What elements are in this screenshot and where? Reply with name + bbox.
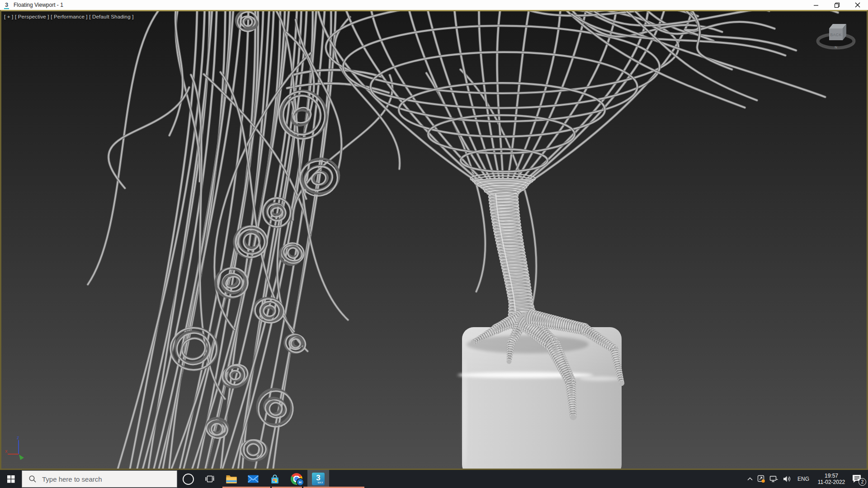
floating-viewport-window: 3 Floating Viewport - 1 [ + ] [ Perspect…	[0, 0, 868, 488]
taskbar-item-store[interactable]	[264, 470, 286, 488]
close-button[interactable]	[847, 0, 868, 10]
minimize-icon	[813, 2, 819, 8]
taskbar-item-mail[interactable]	[242, 470, 264, 488]
notification-badge: 2	[859, 478, 866, 486]
chrome-icon: H	[291, 473, 302, 485]
viewcube[interactable]: BACK N	[815, 17, 857, 51]
start-button[interactable]	[0, 470, 22, 488]
max-icon-numeral: 3	[316, 474, 320, 481]
clock-date: 11-02-2022	[815, 479, 848, 485]
viewport-canvas[interactable]	[1, 11, 867, 469]
viewport[interactable]: [ + ] [ Perspective ] [ Performance ] [ …	[0, 10, 868, 470]
3ds-max-logo-icon: 3	[3, 2, 10, 9]
action-center-button[interactable]: 2	[852, 474, 863, 484]
world-axis-gizmo: z x	[5, 435, 34, 462]
restore-icon	[834, 2, 840, 8]
taskbar: H 3 MAX	[0, 470, 868, 488]
viewport-label-menus[interactable]: [ + ] [ Perspective ] [ Performance ] [ …	[4, 14, 134, 19]
viewcube-face-label: BACK	[830, 33, 841, 37]
mail-icon	[247, 474, 259, 483]
search-icon	[28, 475, 37, 483]
3ds-max-icon: 3 MAX	[312, 473, 325, 485]
windows-logo-icon	[7, 475, 15, 483]
window-titlebar: 3 Floating Viewport - 1	[0, 0, 868, 10]
minimize-button[interactable]	[806, 0, 826, 10]
chrome-profile-badge: H	[296, 478, 304, 486]
tray-app-status-button[interactable]	[757, 475, 765, 483]
network-button[interactable]	[769, 475, 778, 483]
window-controls	[806, 0, 868, 10]
chevron-up-icon	[747, 476, 753, 482]
language-indicator[interactable]: ENG	[796, 476, 811, 482]
search-input[interactable]	[41, 470, 177, 488]
taskbar-item-cortana[interactable]	[177, 470, 199, 488]
close-icon	[855, 2, 860, 8]
x-axis-label: x	[5, 448, 8, 454]
taskbar-item-task-view[interactable]	[199, 470, 221, 488]
restore-button[interactable]	[826, 0, 847, 10]
cortana-icon	[183, 474, 194, 485]
taskbar-search[interactable]	[22, 470, 177, 488]
file-explorer-icon	[226, 474, 237, 484]
taskbar-item-3ds-max[interactable]: 3 MAX	[307, 470, 329, 488]
microsoft-store-icon	[269, 473, 281, 485]
volume-button[interactable]	[783, 475, 792, 483]
viewcube-north-label: N	[835, 45, 837, 49]
clock-time: 19:57	[815, 473, 848, 479]
taskbar-item-chrome[interactable]: H	[286, 470, 307, 488]
max-icon-text: MAX	[318, 481, 323, 484]
y-axis-arrow-icon	[19, 455, 24, 460]
remote-app-icon	[757, 475, 765, 483]
window-title: Floating Viewport - 1	[14, 2, 63, 8]
speaker-icon	[783, 475, 792, 483]
system-tray: ENG 19:57 11-02-2022 2	[747, 470, 868, 488]
z-axis-label: z	[17, 435, 19, 440]
show-hidden-icons-button[interactable]	[747, 476, 753, 482]
taskbar-item-file-explorer[interactable]	[221, 470, 242, 488]
task-view-icon	[205, 475, 214, 483]
ethernet-network-icon	[769, 475, 778, 483]
clock[interactable]: 19:57 11-02-2022	[815, 473, 848, 485]
